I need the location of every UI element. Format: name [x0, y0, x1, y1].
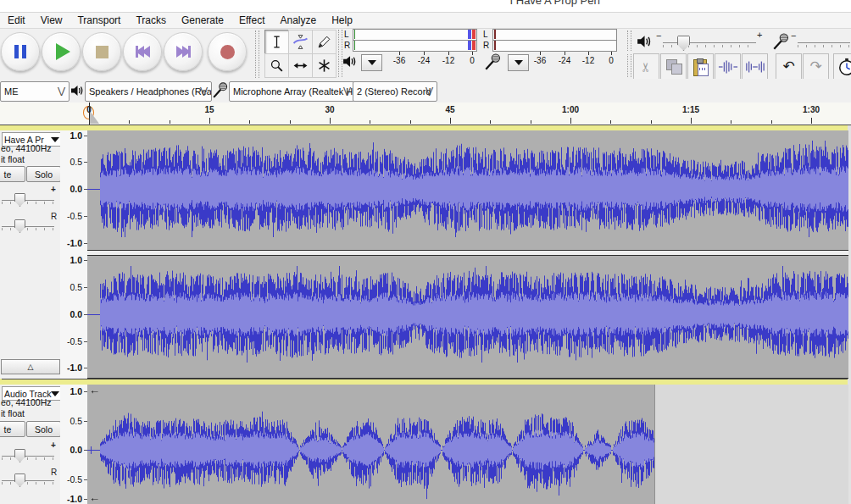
timeshift-tool-button[interactable] [288, 53, 313, 78]
track2-vertical-ruler[interactable]: 1.00.50.0-0.5-1.0 [60, 385, 88, 504]
timeline-minor-tick [651, 120, 652, 124]
track1-gain-plus: + [51, 185, 56, 194]
recording-meter-dropdown[interactable] [508, 54, 529, 71]
output-volume-slider-track[interactable] [663, 42, 756, 43]
meter-scale-tick [399, 52, 400, 55]
menu-item-view[interactable]: View [33, 14, 70, 27]
playback-meter-dropdown[interactable] [361, 54, 382, 71]
track1-left-channel-waveform[interactable] [87, 130, 848, 250]
vertical-ruler-label: 1.0 [70, 255, 82, 265]
window-title: I Have A Prop Perf [470, 0, 640, 7]
output-device-select[interactable]: Speakers / Headphones (Realt⋁ [85, 81, 212, 102]
timeline-label: 1:00 [553, 105, 587, 114]
track1-gain-slider-track[interactable] [2, 200, 54, 201]
mixer-toolbar-grip[interactable] [627, 30, 631, 51]
track2-gain-slider-track[interactable] [2, 456, 54, 457]
menu-item-effect[interactable]: Effect [231, 14, 272, 27]
stop-icon [96, 46, 108, 58]
paste-button[interactable] [687, 53, 714, 80]
menu-item-edit[interactable]: Edit [0, 14, 33, 27]
vertical-ruler-label: -1.0 [67, 238, 82, 248]
track2-waveform[interactable] [87, 385, 848, 504]
timeline-minor-tick [129, 120, 130, 124]
output-volume-slider-thumb[interactable] [677, 36, 690, 51]
selection-tool-button[interactable] [264, 30, 289, 54]
input-device-select[interactable]: Microphone Array (Realtek Hig⋁ [229, 81, 355, 102]
vertical-ruler-label: -0.5 [67, 474, 82, 485]
host-select[interactable]: ME⋁ [0, 81, 70, 102]
track1-pan-slider-thumb[interactable] [14, 219, 25, 233]
pause-button[interactable] [1, 32, 40, 71]
play-button[interactable] [42, 32, 81, 71]
track1-solo-button[interactable]: Solo [26, 166, 61, 182]
record-button[interactable] [208, 32, 247, 71]
skip-to-start-button[interactable] [123, 32, 162, 71]
track2-gain-slider-thumb[interactable] [14, 449, 25, 462]
scissors-icon: ✂ [638, 61, 654, 72]
chevron-down-icon: ⋁ [426, 86, 433, 97]
playback-meter-blue-peak-l [468, 30, 471, 39]
dropdown-triangle-icon [51, 137, 59, 142]
recording-mic-icon [483, 52, 502, 72]
meter-scale-number: 0 [461, 56, 483, 65]
track2-pan-right-label: R [51, 468, 57, 477]
skip-to-start-icon [136, 46, 150, 58]
menu-item-analyze[interactable]: Analyze [272, 14, 324, 27]
draw-tool-button[interactable] [312, 30, 337, 54]
track1-gain-slider-thumb[interactable] [14, 193, 25, 207]
multi-tool-button[interactable] [312, 53, 337, 78]
copy-button[interactable] [660, 53, 687, 80]
track1-vertical-ruler[interactable]: 1.00.50.0-0.5-1.01.00.50.0-0.5-1.0 [60, 130, 88, 379]
recording-meter-bar-r[interactable] [492, 40, 617, 52]
track1-pan-slider-track[interactable] [2, 226, 54, 227]
track2-gain-slider-ticks [2, 457, 54, 460]
menu-item-help[interactable]: Help [324, 14, 360, 27]
track1-right-channel-waveform[interactable] [87, 256, 848, 378]
recording-meter-label-r: R [483, 41, 489, 50]
menu-item-generate[interactable]: Generate [174, 14, 231, 27]
edit-toolbar-grip[interactable] [627, 54, 631, 77]
silence-selection-button[interactable] [742, 53, 768, 80]
playback-meter-bar-r[interactable] [353, 40, 477, 52]
chevron-down-icon: ⋁ [343, 86, 351, 97]
track2-control-panel: Audio Track eo, 44100Hz it float te Solo… [0, 385, 60, 504]
input-channels-select[interactable]: 2 (Stereo) Record⋁ [353, 81, 437, 102]
track1-mute-button[interactable]: te [0, 166, 25, 182]
vertical-ruler-label: 0.5 [70, 282, 82, 292]
cut-button[interactable]: ✂ [633, 53, 659, 80]
copy-icon [666, 59, 681, 75]
timeline-ruler[interactable]: 01530451:001:151:30 [0, 102, 851, 125]
track2-solo-button[interactable]: Solo [26, 421, 61, 437]
playback-meter-bar-l[interactable] [353, 29, 477, 41]
menu-item-tracks[interactable]: Tracks [128, 14, 174, 27]
meter-scale-tick [588, 52, 589, 55]
meter-scale-tick [565, 52, 565, 55]
skip-to-end-button[interactable] [164, 32, 203, 71]
vertical-ruler-label: -0.5 [67, 211, 82, 221]
track2-clip-edge-arrow-bottom: ← [89, 494, 100, 502]
menu-item-transport[interactable]: Transport [70, 14, 128, 27]
timeline-label: 1:15 [674, 105, 708, 114]
undo-button[interactable]: ↶ [776, 53, 802, 80]
redo-button[interactable]: ↷ [803, 53, 829, 80]
recording-meter-bar-l[interactable] [492, 29, 617, 41]
zoom-tool-button[interactable] [264, 53, 289, 78]
playback-meter-start-tick [354, 30, 355, 39]
sync-lock-button[interactable] [833, 53, 851, 80]
input-volume-slider-track[interactable] [798, 42, 850, 43]
meter-scale-tick [472, 52, 473, 55]
timeline-minor-tick [771, 120, 772, 124]
vertical-ruler-label: -0.5 [67, 336, 82, 346]
meter-toolbar-grip[interactable] [338, 30, 342, 77]
track1-collapse-button[interactable]: △ [1, 359, 60, 374]
tools-toolbar-grip[interactable] [255, 30, 259, 78]
timeline-major-tick [570, 118, 571, 124]
track2-mute-button[interactable]: te [0, 421, 25, 437]
envelope-icon [292, 34, 309, 50]
track1-channel-separator[interactable] [87, 250, 848, 256]
track2-pan-slider-thumb[interactable] [14, 474, 25, 487]
track2-pan-slider-track[interactable] [2, 480, 54, 481]
trim-outside-selection-button[interactable] [715, 53, 741, 80]
envelope-tool-button[interactable] [288, 30, 313, 54]
stop-button[interactable] [82, 32, 121, 71]
